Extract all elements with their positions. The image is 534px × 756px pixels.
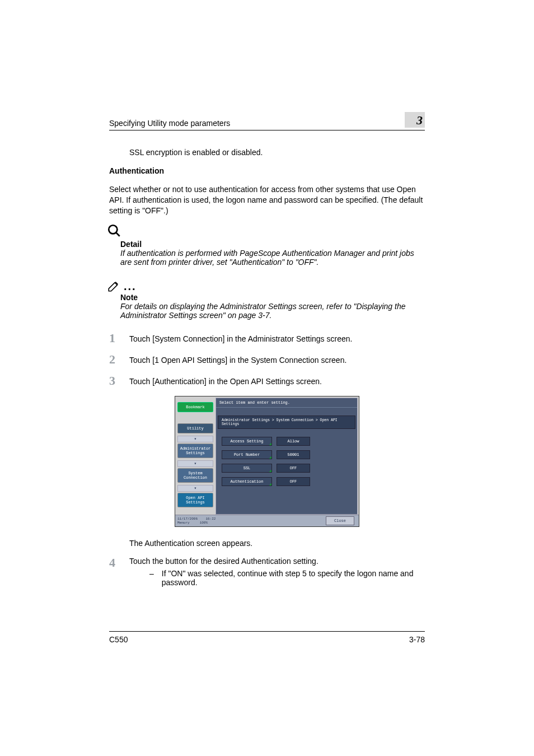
down-arrow-icon: ▾ [177,436,213,442]
detail-label: Detail [120,240,425,249]
down-arrow-icon: ▾ [177,460,213,467]
ss-status-bar: 11/17/2006 16:22 Memory 100% Close [175,515,359,526]
step-number: 4 [109,557,119,587]
ss-memory-value: 100% [200,521,208,525]
ss-breadcrumb: Administrator Settings > System Connecti… [218,416,355,429]
authentication-button[interactable]: Authentication [222,477,272,486]
step-text: Touch [1 Open API Settings] in the Syste… [129,353,346,366]
page-footer: C550 3-78 [109,631,425,644]
nav-open-api-settings[interactable]: Open API Settings [177,493,213,507]
section-heading: Authentication [109,166,425,176]
access-setting-button[interactable]: Access Setting [222,437,272,446]
step-4-sub-text: If "ON" was selected, continue with step… [162,569,425,587]
detail-text: If authentication is performed with Page… [120,249,425,267]
note-label: Note [120,293,425,302]
note-block: ... Note For details on displaying the A… [109,277,425,320]
step-number: 1 [109,332,119,344]
step-4-sub: – If "ON" was selected, continue with st… [129,569,425,587]
device-screenshot: Bookmark Utility ▾ Administrator Setting… [175,396,359,527]
ssl-value: OFF [277,464,310,473]
authentication-value: OFF [277,477,310,486]
step-text: Touch [Authentication] in the Open API S… [129,375,322,387]
step-1: 1 Touch [System Connection] in the Admin… [109,332,425,344]
ellipsis-icon: ... [124,280,137,293]
close-button[interactable]: Close [326,516,354,525]
footer-model: C550 [109,635,128,644]
header-title: Specifying Utility mode parameters [109,119,230,128]
svg-point-0 [109,226,117,234]
step-text: Touch [System Connection] in the Adminis… [129,332,352,344]
page-header: Specifying Utility mode parameters 3 [109,112,425,130]
magnifier-icon [107,223,121,238]
nav-admin-settings[interactable]: Administrator Settings [177,444,213,458]
ss-memory-label: Memory [177,521,190,525]
access-setting-value: Allow [277,437,310,446]
section-paragraph: Select whether or not to use authenticat… [109,184,425,216]
note-text: For details on displaying the Administra… [120,302,425,320]
step-text: Touch the button for the desired Authent… [129,554,318,566]
ss-sidebar: Bookmark Utility ▾ Administrator Setting… [175,396,216,515]
step-number: 2 [109,353,119,366]
step-4: 4 Touch the button for the desired Authe… [109,557,425,587]
intro-text: SSL encryption is enabled or disabled. [109,147,425,158]
nav-system-connection[interactable]: System Connection [177,468,213,483]
down-arrow-icon: ▾ [177,485,213,492]
step-2: 2 Touch [1 Open API Settings] in the Sys… [109,353,425,366]
ss-date: 11/17/2006 [177,517,198,521]
nav-utility[interactable]: Utility [177,423,213,433]
nav-bookmark[interactable]: Bookmark [177,402,213,412]
step-3: 3 Touch [Authentication] in the Open API… [109,375,425,387]
ssl-button[interactable]: SSL [222,464,272,473]
port-number-button[interactable]: Port Number [222,450,272,459]
pencil-icon [107,278,121,293]
ss-instruction: Select item and enter setting. [216,398,357,408]
ss-time: 16:22 [205,517,216,521]
chapter-number: 3 [405,112,425,128]
after-screenshot-text: The Authentication screen appears. [109,538,425,549]
svg-line-1 [116,233,120,237]
step-number: 3 [109,375,119,387]
detail-block: Detail If authentication is performed wi… [109,223,425,267]
dash-icon: – [149,569,154,587]
port-number-value: 50001 [277,450,310,459]
footer-page: 3-78 [409,635,425,644]
